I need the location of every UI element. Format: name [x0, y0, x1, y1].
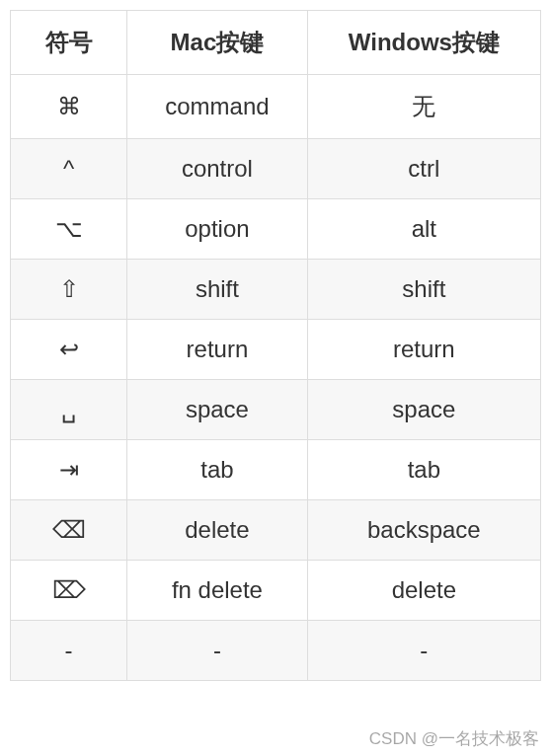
cell-windows: alt [307, 199, 540, 260]
cell-mac: - [127, 621, 308, 681]
table-row: ⇥ tab tab [11, 440, 541, 500]
cell-symbol: ^ [11, 139, 127, 199]
cell-windows: space [307, 380, 540, 440]
header-symbol: 符号 [11, 11, 127, 75]
cell-symbol: ⌫ [11, 500, 127, 561]
cell-mac: space [127, 380, 308, 440]
cell-symbol: ⇥ [11, 440, 127, 500]
cell-windows: return [307, 320, 540, 380]
cell-symbol: ↩ [11, 320, 127, 380]
table-row: ⌦ fn delete delete [11, 561, 541, 621]
table-row: ↩ return return [11, 320, 541, 380]
cell-mac: return [127, 320, 308, 380]
table-row: ␣ space space [11, 380, 541, 440]
cell-mac: control [127, 139, 308, 199]
cell-windows: delete [307, 561, 540, 621]
cell-windows: ctrl [307, 139, 540, 199]
table-row: - - - [11, 621, 541, 681]
table-row: ⌥ option alt [11, 199, 541, 260]
cell-symbol: ␣ [11, 380, 127, 440]
table-row: ⌫ delete backspace [11, 500, 541, 561]
table-header-row: 符号 Mac按键 Windows按键 [11, 11, 541, 75]
cell-windows: tab [307, 440, 540, 500]
cell-symbol: ⌘ [11, 75, 127, 139]
header-windows: Windows按键 [307, 11, 540, 75]
cell-mac: shift [127, 260, 308, 320]
cell-symbol: - [11, 621, 127, 681]
cell-windows: 无 [307, 75, 540, 139]
cell-mac: command [127, 75, 308, 139]
cell-mac: fn delete [127, 561, 308, 621]
cell-mac: delete [127, 500, 308, 561]
header-mac: Mac按键 [127, 11, 308, 75]
cell-symbol: ⌥ [11, 199, 127, 260]
keyboard-symbols-table: 符号 Mac按键 Windows按键 ⌘ command 无 ^ control… [10, 10, 541, 681]
cell-mac: tab [127, 440, 308, 500]
cell-windows: shift [307, 260, 540, 320]
table-row: ⇧ shift shift [11, 260, 541, 320]
cell-windows: - [307, 621, 540, 681]
cell-symbol: ⇧ [11, 260, 127, 320]
table-row: ^ control ctrl [11, 139, 541, 199]
cell-windows: backspace [307, 500, 540, 561]
cell-symbol: ⌦ [11, 561, 127, 621]
table-row: ⌘ command 无 [11, 75, 541, 139]
cell-mac: option [127, 199, 308, 260]
